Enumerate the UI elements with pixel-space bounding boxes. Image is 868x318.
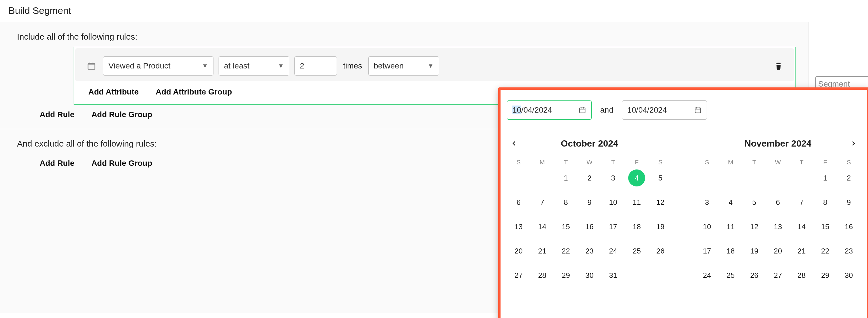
calendar-day[interactable]: 23	[837, 243, 861, 259]
date-from-input[interactable]: 10/04/2024	[507, 100, 592, 120]
calendar-day[interactable]: 29	[813, 267, 837, 284]
calendar-day[interactable]: 6	[766, 194, 790, 211]
prev-month-button[interactable]	[508, 137, 520, 150]
calendar-day[interactable]: 14	[789, 218, 813, 235]
calendar-day[interactable]: 31	[601, 267, 625, 284]
event-select-label: Viewed a Product	[108, 61, 170, 70]
calendar-day[interactable]: 22	[554, 243, 578, 259]
calendar-day[interactable]: 30	[578, 267, 601, 284]
calendar-day[interactable]: 18	[625, 218, 649, 235]
calendar-day[interactable]: 2	[578, 169, 601, 186]
add-rule-button[interactable]: Add Rule	[40, 159, 74, 168]
calendar-day[interactable]: 11	[625, 194, 649, 211]
calendar-day[interactable]: 10	[601, 194, 625, 211]
calendar-day[interactable]: 23	[578, 243, 601, 259]
dow-cell: S	[695, 159, 719, 166]
calendar-day[interactable]: 19	[649, 218, 672, 235]
dow-cell: T	[789, 159, 813, 166]
calendar-day[interactable]: 17	[695, 243, 719, 259]
calendar-day[interactable]: 20	[766, 243, 790, 259]
date-to-value: 10/04/2024	[627, 105, 667, 115]
calendar-day[interactable]: 21	[789, 243, 813, 259]
calendar-day[interactable]: 8	[813, 194, 837, 211]
calendar-day[interactable]: 5	[649, 169, 672, 186]
calendar-month-right: November 2024 SMTWTFS 123456789101112131…	[695, 135, 861, 284]
svg-rect-2	[695, 108, 701, 113]
event-select[interactable]: Viewed a Product ▼	[103, 56, 213, 75]
dow-cell: T	[742, 159, 766, 166]
day-of-week-header: SMTWTFS	[695, 159, 861, 166]
calendar-day[interactable]: 24	[601, 243, 625, 259]
dow-cell: M	[719, 159, 743, 166]
add-rule-group-button[interactable]: Add Rule Group	[91, 110, 152, 119]
calendar-day[interactable]: 17	[601, 218, 625, 235]
calendar-day[interactable]: 1	[554, 169, 578, 186]
calendar-day[interactable]: 13	[766, 218, 790, 235]
date-from-value: 10/04/2024	[513, 105, 552, 115]
calendar-day[interactable]: 8	[554, 194, 578, 211]
calendar-day[interactable]: 26	[742, 267, 766, 284]
range-operator-select[interactable]: between ▼	[368, 56, 439, 75]
frequency-select[interactable]: at least ▼	[219, 56, 289, 75]
calendar-day[interactable]: 10	[695, 218, 719, 235]
next-month-button[interactable]	[847, 137, 860, 150]
calendar-day[interactable]: 22	[813, 243, 837, 259]
add-rule-group-button[interactable]: Add Rule Group	[91, 159, 152, 168]
add-attribute-button[interactable]: Add Attribute	[88, 88, 139, 96]
calendar-day[interactable]: 27	[507, 267, 531, 284]
page-title: Build Segment	[0, 0, 868, 22]
calendar-day[interactable]: 13	[507, 218, 531, 235]
calendar-day[interactable]: 30	[837, 267, 861, 284]
divider	[684, 132, 684, 284]
calendar-day[interactable]: 24	[695, 267, 719, 284]
calendar-day[interactable]: 29	[554, 267, 578, 284]
calendar-day[interactable]: 20	[507, 243, 531, 259]
calendar-day[interactable]: 27	[766, 267, 790, 284]
calendar-day[interactable]: 3	[601, 169, 625, 186]
calendar-day[interactable]: 1	[813, 169, 837, 186]
calendar-day[interactable]: 12	[742, 218, 766, 235]
date-to-input[interactable]: 10/04/2024	[622, 100, 707, 120]
range-operator-label: between	[374, 61, 404, 70]
calendar-day[interactable]: 11	[719, 218, 743, 235]
caret-down-icon: ▼	[428, 62, 434, 70]
calendar-day[interactable]: 15	[554, 218, 578, 235]
calendar-day[interactable]: 28	[531, 267, 554, 284]
day-of-week-header: SMTWTFS	[507, 159, 672, 166]
dow-cell: F	[813, 159, 837, 166]
calendar-day[interactable]: 3	[695, 194, 719, 211]
dow-cell: S	[837, 159, 861, 166]
calendar-day[interactable]: 19	[742, 243, 766, 259]
calendar-day[interactable]: 26	[649, 243, 672, 259]
dow-cell: F	[625, 159, 649, 166]
add-rule-button[interactable]: Add Rule	[40, 110, 74, 119]
calendar-day[interactable]: 28	[789, 267, 813, 284]
dow-cell: T	[601, 159, 625, 166]
delete-rule-button[interactable]	[773, 60, 784, 71]
calendar-day[interactable]: 9	[578, 194, 601, 211]
dow-cell: W	[578, 159, 601, 166]
calendar-day[interactable]: 4	[719, 194, 743, 211]
count-input[interactable]: 2	[294, 56, 337, 75]
calendar-day[interactable]: 14	[531, 218, 554, 235]
calendar-day[interactable]: 25	[719, 267, 743, 284]
caret-down-icon: ▼	[278, 62, 284, 70]
calendar-day[interactable]: 18	[719, 243, 743, 259]
calendar-day[interactable]: 16	[578, 218, 601, 235]
calendar-day[interactable]: 5	[742, 194, 766, 211]
caret-down-icon: ▼	[202, 62, 208, 70]
rule-row: Viewed a Product ▼ at least ▼ 2 times be…	[75, 49, 794, 81]
calendar-day[interactable]: 6	[507, 194, 531, 211]
calendar-day[interactable]: 15	[813, 218, 837, 235]
add-attribute-group-button[interactable]: Add Attribute Group	[156, 88, 232, 96]
calendar-day[interactable]: 4	[628, 169, 645, 186]
calendar-day[interactable]: 12	[649, 194, 672, 211]
calendar-day[interactable]: 9	[837, 194, 861, 211]
calendar-day[interactable]: 7	[789, 194, 813, 211]
calendar-day[interactable]: 2	[837, 169, 861, 186]
calendar-day[interactable]: 25	[625, 243, 649, 259]
calendar-day[interactable]: 7	[531, 194, 554, 211]
calendar-day[interactable]: 21	[531, 243, 554, 259]
calendar-grid: 1234567891011121314151617181920212223242…	[507, 169, 672, 284]
calendar-day[interactable]: 16	[837, 218, 861, 235]
